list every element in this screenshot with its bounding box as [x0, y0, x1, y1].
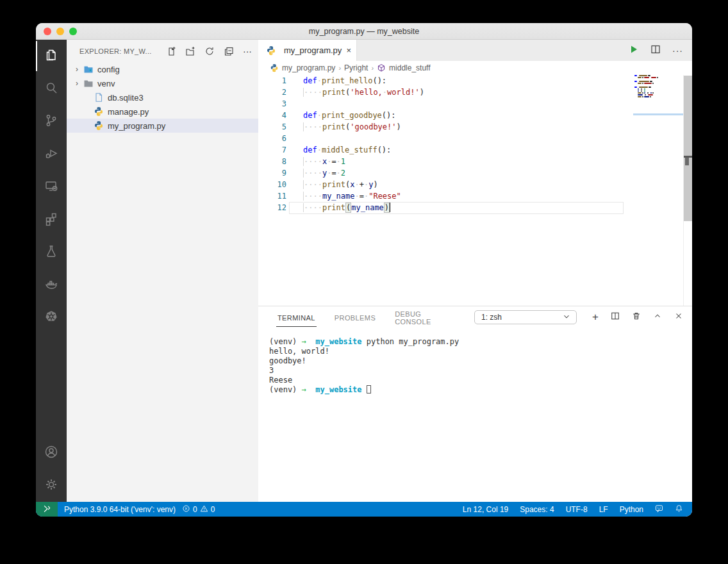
minimap-token [650, 96, 651, 97]
minimap-token [657, 77, 658, 78]
terminal-token: goodbye! [269, 356, 306, 365]
minimap-token [642, 83, 643, 84]
activity-item-run-debug[interactable] [36, 138, 67, 170]
scrollbar-thumb[interactable] [684, 76, 692, 221]
explorer-sidebar: EXPLORER: MY_W... ··· ›config›venvdb.sql… [67, 40, 258, 502]
minimap-token [650, 92, 652, 94]
tree-item-config[interactable]: ›config [67, 62, 258, 76]
maximize-panel-icon[interactable] [653, 311, 662, 323]
python-interpreter-status[interactable]: Python 3.9.0 64-bit ('venv': venv) [64, 505, 176, 514]
code-editor[interactable]: 1def·print_hello():2····print('hello,·wo… [258, 75, 692, 306]
tab-my-program[interactable]: my_program.py × [258, 40, 357, 61]
minimap-token [644, 90, 645, 92]
tree-item-db-sqlite3[interactable]: db.sqlite3 [67, 90, 258, 104]
tab-debug-console[interactable]: DEBUG CONSOLE [393, 304, 458, 330]
problems-status[interactable]: 0 0 [182, 504, 215, 515]
code-line-5[interactable]: 5····print('goodbye!') [258, 121, 692, 133]
gear-icon [44, 477, 59, 495]
breadcrumb-pyright[interactable]: Pyright [344, 63, 368, 72]
tab-problems[interactable]: PROBLEMS [333, 308, 377, 326]
breadcrumb-file[interactable]: my_program.py [282, 63, 335, 72]
cursor-position-status[interactable]: Ln 12, Col 19 [463, 505, 508, 514]
minimap-token [638, 83, 641, 84]
tree-item-manage-py[interactable]: manage.py [67, 104, 258, 119]
code-line-6[interactable]: 6 [258, 133, 692, 144]
close-panel-icon[interactable] [674, 311, 683, 323]
minimap-line [633, 92, 683, 94]
minimap-token [642, 96, 643, 97]
more-actions-icon[interactable]: ··· [243, 48, 252, 54]
code-token: (): [372, 76, 386, 85]
editor-more-actions-icon[interactable]: ··· [672, 46, 683, 56]
code-line-11[interactable]: 11····my_name·=·"Reese" [258, 190, 692, 202]
terminal-output[interactable]: (venv) → my_website python my_program.py… [258, 328, 692, 395]
activity-item-remote-explorer[interactable] [36, 170, 67, 203]
code-line-12[interactable]: 12····print(my_name) [258, 202, 692, 213]
activity-item-source-control[interactable] [36, 105, 67, 138]
terminal-line: hello, world! [269, 347, 692, 356]
editor-scrollbar[interactable] [683, 75, 692, 306]
terminal-token: (venv) [269, 385, 302, 394]
activity-item-settings[interactable] [36, 469, 67, 502]
activity-item-explorer[interactable] [36, 40, 67, 72]
activity-item-search[interactable] [36, 72, 67, 105]
minimap-token [644, 92, 645, 94]
breadcrumb: my_program.py › Pyright › middle_stuff [258, 61, 692, 75]
notifications-status[interactable] [675, 504, 683, 515]
indentation-status[interactable]: Spaces: 4 [520, 505, 554, 514]
minimap-token [638, 96, 641, 97]
activity-item-kubernetes[interactable] [36, 301, 67, 334]
tree-item-venv[interactable]: ›venv [67, 76, 258, 90]
terminal-token [306, 337, 315, 346]
kill-terminal-icon[interactable] [632, 311, 641, 323]
line-number: 10 [258, 179, 286, 190]
minimap[interactable] [633, 75, 683, 306]
code-token: print [322, 122, 345, 131]
minimap-token [642, 92, 643, 94]
refresh-icon[interactable] [204, 46, 215, 56]
code-token: print [322, 203, 345, 212]
encoding-status[interactable]: UTF-8 [566, 505, 588, 514]
code-line-4[interactable]: 4def·print_goodbye(): [258, 110, 692, 121]
feedback-status[interactable] [655, 504, 663, 515]
activity-item-docker[interactable] [36, 269, 67, 301]
eol-status[interactable]: LF [599, 505, 608, 514]
activity-item-accounts[interactable] [36, 436, 67, 469]
minimap-token [648, 75, 650, 76]
code-line-10[interactable]: 10····print(x·+·y) [258, 179, 692, 190]
code-line-8[interactable]: 8····x·=·1 [258, 156, 692, 167]
minimap-current-line [633, 113, 683, 115]
tree-item-my-program-py[interactable]: my_program.py [67, 119, 258, 133]
code-line-text: ····print(x·+·y) [286, 179, 378, 190]
breadcrumb-symbol[interactable]: middle_stuff [389, 63, 430, 72]
new-terminal-icon[interactable]: + [592, 313, 599, 322]
minimap-token [634, 75, 637, 76]
code-line-9[interactable]: 9····y·=·2 [258, 167, 692, 179]
vscode-window: my_program.py — my_website [36, 23, 692, 517]
tab-terminal[interactable]: TERMINAL [276, 308, 317, 327]
chevron-right-icon: › [72, 65, 82, 74]
activity-item-testing[interactable] [36, 236, 67, 269]
window-title: my_program.py — my_website [36, 27, 692, 36]
terminal-shell-select[interactable]: 1: zsh [474, 310, 577, 324]
tab-close-icon[interactable]: × [346, 46, 351, 55]
split-editor-icon[interactable] [650, 44, 661, 57]
code-line-text: ····print('goodbye!') [286, 121, 401, 133]
remote-indicator[interactable] [36, 502, 58, 517]
activity-item-extensions[interactable] [36, 203, 67, 236]
collapse-folders-icon[interactable] [224, 46, 234, 56]
code-token: 'goodbye!' [350, 122, 396, 131]
code-line-1[interactable]: 1def·print_hello(): [258, 75, 692, 87]
language-mode-status[interactable]: Python [620, 505, 643, 514]
code-line-3[interactable]: 3 [258, 98, 692, 110]
new-file-icon[interactable] [166, 46, 176, 56]
code-line-7[interactable]: 7def·middle_stuff(): [258, 144, 692, 156]
new-folder-icon[interactable] [185, 46, 195, 56]
folder-icon [83, 78, 94, 88]
split-terminal-icon[interactable] [611, 311, 620, 323]
minimap-token [645, 94, 646, 95]
bell-icon [675, 504, 683, 515]
code-token: (): [377, 145, 392, 154]
code-line-2[interactable]: 2····print('hello,·world!') [258, 87, 692, 98]
run-python-file-icon[interactable] [629, 44, 639, 57]
